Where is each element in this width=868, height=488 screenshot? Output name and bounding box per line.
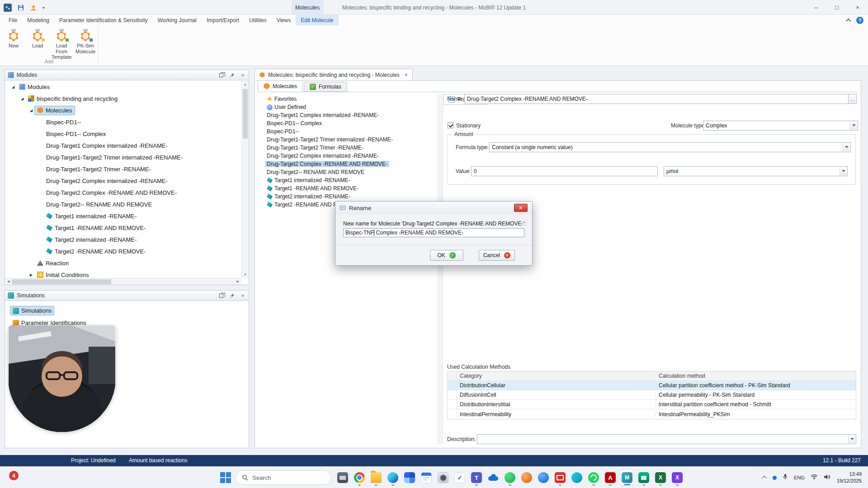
list-item-drug-target2-complex-rename-and-remove[interactable]: Drug-Target2 Complex -RENAME AND REMOVE-	[259, 160, 438, 168]
taskbar-app-chrome[interactable]	[353, 469, 366, 486]
microphone-icon[interactable]	[783, 474, 788, 482]
list-item-drug-target1-target2-trimer-internalized-rename[interactable]: Drug-Target1-Target2 Trimer internalized…	[259, 136, 438, 144]
contextual-tab-header[interactable]: Molecules	[292, 0, 323, 15]
tree-item-target2-internalized-rename[interactable]: Target2 internalized -RENAME-	[5, 234, 241, 245]
search-input[interactable]: Search	[236, 470, 331, 485]
table-row[interactable]: DiffusionIntCellCellular permeability - …	[448, 390, 856, 400]
list-item-bispec-pd1[interactable]: Bispec-PD1--	[259, 127, 438, 136]
taskbar-app-calendar[interactable]	[420, 469, 433, 486]
list-item-target1-rename-and-remove[interactable]: Target1 -RENAME AND REMOVE-	[259, 184, 438, 192]
taskbar-app-messenger[interactable]	[570, 469, 584, 486]
tray-app-icon[interactable]	[773, 476, 777, 480]
close-panel-button[interactable]: ×	[240, 292, 246, 299]
qat-customize-chevron-icon[interactable]: ▾	[42, 5, 45, 10]
pin-panel-button[interactable]	[229, 72, 235, 78]
taskbar-app-browser-orange[interactable]	[520, 469, 533, 486]
export-icon[interactable]	[30, 4, 37, 11]
tree-expander-icon[interactable]: ▶	[28, 273, 35, 277]
tab-molecules[interactable]: Molecules	[258, 80, 303, 92]
stationary-checkbox[interactable]	[448, 122, 453, 128]
document-tab[interactable]: Molecules: bispecific binding and recycl…	[255, 69, 413, 80]
ok-button[interactable]: OK ✓	[430, 250, 463, 261]
rename-dialog-titlebar[interactable]: Rename	[335, 202, 532, 214]
ribbon-tab-working-journal[interactable]: Working Journal	[152, 15, 201, 25]
list-item-drug-target1-complex-internalized-rename[interactable]: Drug-Target1 Complex internalized -RENAM…	[259, 111, 438, 119]
tree-item-bispec-pd1-complex[interactable]: Bispec-PD1-- Complex	[5, 128, 241, 140]
scrollbar-thumb-horizontal[interactable]	[12, 279, 111, 284]
notification-badge[interactable]: 4	[9, 471, 19, 480]
taskbar-app-file-explorer[interactable]	[369, 469, 383, 486]
table-row[interactable]: DistributionInterstitialInterstitial par…	[448, 400, 856, 409]
ribbon-tab-edit-molecule[interactable]: Edit Molecule	[296, 15, 338, 25]
scroll-down-icon[interactable]: ▼	[242, 271, 249, 278]
scroll-right-icon[interactable]: ▶	[235, 280, 241, 283]
tree-item-modules[interactable]: ◢Modules	[5, 81, 241, 93]
clock[interactable]: 13:49 19/12/2025	[837, 471, 862, 484]
rename-input[interactable]: Bispec-TNF Complex -RENAME AND REMOVE-	[343, 228, 524, 237]
app-logo-icon[interactable]	[4, 4, 12, 12]
chevron-down-icon[interactable]	[848, 435, 855, 443]
name-input[interactable]: Drug-Target2 Complex -RENAME AND REMOVE-	[464, 94, 849, 104]
ribbon-button-pk-sim-molecule[interactable]: OHPK-Sim Molecule	[75, 27, 96, 60]
maximize-panel-button[interactable]	[218, 72, 224, 78]
tree-item-drug-target1-target2-trimer-rename[interactable]: Drug-Target1-Target2 Trimer -RENAME-	[5, 163, 241, 175]
formula-type-select[interactable]: Constant (a single numeric value)	[489, 142, 851, 152]
tree-item-drug-target2-complex-rename-and-remove[interactable]: Drug-Target2 Complex -RENAME AND REMOVE-	[5, 187, 241, 198]
tree-item-drug-target2-complex-internalized-rename[interactable]: Drug-Target2 Complex internalized -RENAM…	[5, 175, 241, 187]
list-item-target2-internalized-rename[interactable]: Target2 internalized -RENAME-	[259, 192, 438, 201]
list-item-drug-target1-target2-trimer-rename[interactable]: Drug-Target1-Target2 Trimer -RENAME-	[259, 144, 438, 152]
tree-item-molecules[interactable]: ◢Molecules	[5, 104, 241, 116]
start-button[interactable]	[220, 472, 231, 483]
taskbar-app-image-tool[interactable]	[637, 469, 651, 486]
scroll-up-icon[interactable]: ▲	[242, 81, 249, 88]
maximize-panel-button[interactable]	[218, 292, 224, 299]
list-item-user-defined[interactable]: User Defined	[259, 103, 438, 111]
list-item-drug-target2-complex-internalized-rename[interactable]: Drug-Target2 Complex internalized -RENAM…	[259, 152, 438, 160]
list-item-target1-internalized-rename[interactable]: Target1 internalized -RENAME-	[259, 176, 438, 184]
tab-formulas[interactable]: Formulas	[304, 82, 347, 92]
wifi-icon[interactable]	[811, 474, 818, 482]
tree-item-drug-target1-target2-trimer-internalized-rename[interactable]: Drug-Target1-Target2 Trimer internalized…	[5, 151, 241, 163]
ribbon-tab-parameter-identification-sensitivity[interactable]: Parameter Identification & Sensitivity	[54, 15, 152, 25]
simulations-item-simulations[interactable]: Simulations	[5, 305, 249, 317]
taskbar-app-spotify[interactable]	[503, 469, 517, 486]
name-browse-button[interactable]: ...	[849, 94, 857, 104]
tree-item-initial-conditions[interactable]: ▶Initial Conditions	[5, 269, 241, 278]
ribbon-button-new[interactable]: OHNew	[3, 27, 24, 60]
volume-icon[interactable]	[824, 474, 831, 482]
taskbar-app-todo[interactable]	[453, 469, 467, 486]
tree-item-bispecific-binding-and-recycling[interactable]: ◢bispecific binding and recycling	[5, 93, 241, 104]
language-indicator[interactable]: ENG	[794, 475, 805, 480]
unit-select[interactable]: µmol	[664, 166, 848, 176]
scrollbar-thumb[interactable]	[243, 89, 248, 139]
tree-expander-icon[interactable]: ◢	[19, 97, 26, 101]
taskbar-app-mobi[interactable]	[620, 469, 634, 486]
ribbon-tab-utilities[interactable]: Utilities	[244, 15, 272, 25]
tray-expand-chevron-icon[interactable]	[762, 476, 767, 481]
table-row[interactable]: IntestinalPermeabilityIntestinalPermeabi…	[448, 409, 856, 419]
tree-item-reaction[interactable]: Reaction	[5, 257, 241, 269]
chevron-down-icon[interactable]	[840, 167, 847, 175]
ribbon-tab-modeling[interactable]: Modeling	[22, 15, 54, 25]
tree-item-target2-rename-and-remove[interactable]: Target2 -RENAME AND REMOVE-	[5, 245, 241, 257]
modules-horizontal-scrollbar[interactable]: ◀ ▶	[5, 278, 241, 285]
taskbar-app-mail[interactable]	[553, 469, 567, 486]
ribbon-tab-views[interactable]: Views	[272, 15, 296, 25]
ribbon-button-load[interactable]: OHLoad	[27, 27, 48, 60]
tree-item-target1-internalized-rename[interactable]: Target1 internalized -RENAME-	[5, 210, 241, 222]
table-row[interactable]: DistributionCellularCellular partition c…	[448, 381, 856, 390]
minimize-button[interactable]: –	[806, 0, 826, 15]
list-item-bispec-pd1-complex[interactable]: Bispec-PD1-- Complex	[259, 119, 438, 127]
splitter[interactable]	[438, 95, 443, 444]
taskbar-app-camera[interactable]	[436, 469, 450, 486]
taskbar-app-skype[interactable]	[537, 469, 550, 486]
scroll-left-icon[interactable]: ◀	[5, 280, 12, 283]
taskbar-app-office-hub[interactable]	[403, 469, 416, 486]
taskbar-app-whatsapp[interactable]	[587, 469, 600, 486]
dialog-close-button[interactable]: ×	[514, 204, 528, 212]
close-button[interactable]: ×	[847, 0, 868, 15]
help-icon[interactable]: ?	[856, 17, 863, 24]
taskbar-app-edge[interactable]	[386, 469, 400, 486]
taskbar-app-acrobat[interactable]	[604, 469, 617, 486]
tree-item-target1-rename-and-remove[interactable]: Target1 -RENAME AND REMOVE-	[5, 222, 241, 234]
